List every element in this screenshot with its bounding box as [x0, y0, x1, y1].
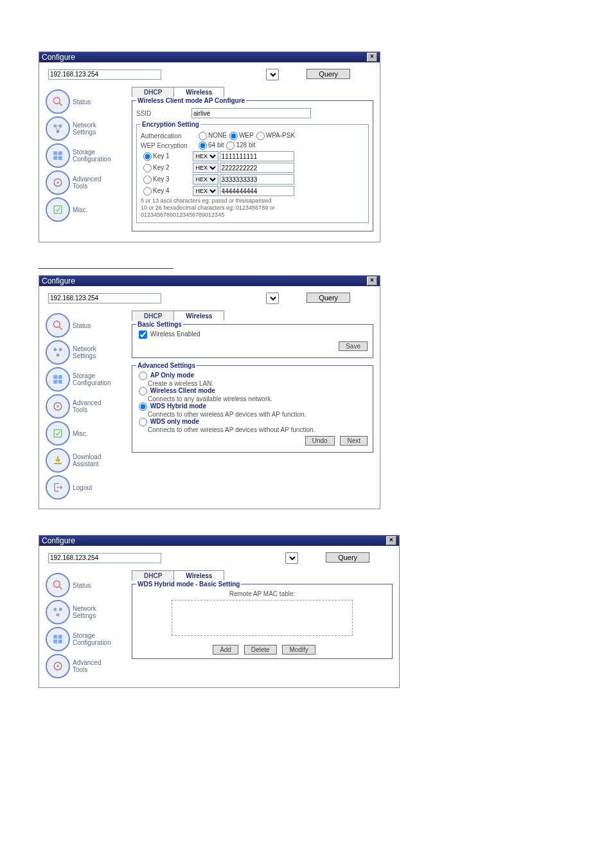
modify-button[interactable]: Modify — [282, 645, 315, 655]
device-select[interactable] — [285, 552, 298, 564]
svg-rect-32 — [58, 640, 62, 644]
svg-point-28 — [57, 613, 60, 617]
svg-point-26 — [53, 608, 57, 611]
auth-wep-radio[interactable] — [229, 132, 238, 140]
query-button[interactable]: Query — [306, 293, 350, 303]
fieldset-title: Wireless Client mode AP Configure — [136, 97, 246, 104]
storage-icon — [46, 143, 70, 168]
key2-input[interactable] — [220, 163, 294, 173]
query-button[interactable]: Query — [306, 69, 350, 79]
svg-line-13 — [59, 327, 62, 330]
sidebar-item-download[interactable]: Download Assistant — [46, 448, 129, 473]
sidebar-item-network[interactable]: Network Settings — [46, 116, 129, 141]
misc-icon — [46, 421, 70, 446]
tab-dhcp[interactable]: DHCP — [132, 311, 174, 321]
undo-button[interactable]: Undo — [305, 436, 335, 446]
svg-rect-30 — [58, 635, 62, 639]
key1-radio[interactable] — [143, 152, 152, 161]
network-icon — [46, 116, 70, 141]
svg-point-14 — [53, 348, 57, 352]
svg-rect-18 — [58, 375, 62, 379]
sidebar-item-status[interactable]: Status — [46, 313, 129, 338]
network-icon — [46, 600, 70, 624]
tab-dhcp[interactable]: DHCP — [132, 570, 174, 581]
save-button[interactable]: Save — [339, 341, 368, 351]
tab-wireless[interactable]: Wireless — [173, 570, 224, 581]
svg-line-1 — [59, 103, 62, 106]
sidebar-item-advanced[interactable]: Advanced Tools — [46, 654, 129, 678]
svg-point-10 — [57, 181, 58, 183]
close-icon[interactable]: × — [367, 53, 377, 62]
ssid-input[interactable] — [191, 108, 311, 118]
mode-ap-radio[interactable] — [139, 372, 147, 380]
gear-icon — [46, 170, 70, 195]
key4-format-select[interactable]: HEX — [193, 186, 218, 196]
svg-rect-31 — [53, 640, 57, 644]
wep-hint-text: 5 or 13 ascii characters eg: passd or th… — [141, 197, 364, 219]
auth-wpa-radio[interactable] — [256, 132, 265, 140]
window-title: Configure — [42, 536, 75, 545]
ip-input[interactable] — [48, 553, 161, 563]
mode-wds-only-radio[interactable] — [139, 418, 147, 426]
tab-wireless[interactable]: Wireless — [173, 311, 224, 321]
key2-radio[interactable] — [143, 164, 152, 172]
magnifier-icon — [46, 89, 70, 114]
key2-format-select[interactable]: HEX — [193, 163, 218, 173]
window-title: Configure — [42, 276, 75, 285]
magnifier-icon — [46, 573, 70, 597]
key1-format-select[interactable]: HEX — [193, 151, 218, 161]
query-button[interactable]: Query — [326, 552, 369, 563]
sidebar-item-storage[interactable]: Storage Configuration — [46, 367, 129, 392]
key1-input[interactable] — [220, 151, 294, 161]
sidebar-item-network[interactable]: Network Settings — [46, 600, 129, 624]
add-button[interactable]: Add — [213, 645, 238, 655]
gear-icon — [46, 394, 70, 419]
wireless-enabled-checkbox[interactable] — [139, 330, 147, 339]
next-button[interactable]: Next — [340, 436, 368, 446]
sidebar-item-logout[interactable]: Logout — [46, 475, 129, 500]
key4-input[interactable] — [220, 186, 294, 196]
svg-rect-29 — [53, 635, 57, 639]
auth-none-radio[interactable] — [199, 132, 207, 140]
svg-point-27 — [59, 608, 62, 611]
sidebar-item-misc[interactable]: Misc. — [46, 421, 129, 446]
sidebar-item-advanced[interactable]: Advanced Tools — [46, 394, 129, 419]
wep-128-radio[interactable] — [226, 141, 235, 150]
svg-point-22 — [57, 406, 58, 408]
svg-rect-5 — [53, 151, 57, 155]
key3-format-select[interactable]: HEX — [193, 174, 218, 185]
storage-icon — [46, 367, 70, 392]
close-icon[interactable]: × — [386, 536, 396, 545]
tab-dhcp[interactable]: DHCP — [132, 87, 174, 97]
tab-wireless[interactable]: Wireless — [173, 87, 224, 97]
mode-client-radio[interactable] — [139, 387, 147, 395]
sidebar-item-advanced[interactable]: Advanced Tools — [46, 170, 129, 195]
delete-button[interactable]: Delete — [244, 645, 277, 655]
network-icon — [46, 340, 70, 365]
sidebar-item-status[interactable]: Status — [46, 89, 129, 114]
key4-radio[interactable] — [143, 187, 152, 195]
key3-radio[interactable] — [143, 176, 152, 184]
ip-input[interactable] — [48, 293, 161, 303]
device-select[interactable] — [266, 69, 279, 80]
sidebar-item-misc[interactable]: Misc. — [46, 197, 129, 222]
remote-ap-mac-table[interactable] — [172, 600, 353, 636]
close-icon[interactable]: × — [367, 276, 377, 285]
sidebar-item-storage[interactable]: Storage Configuration — [46, 143, 129, 168]
wep-64-radio[interactable] — [199, 141, 207, 150]
mode-wds-hybrid-radio[interactable] — [139, 402, 147, 411]
logout-icon — [46, 475, 70, 500]
svg-rect-19 — [53, 380, 57, 384]
svg-point-15 — [59, 348, 62, 352]
sidebar-item-storage[interactable]: Storage Configuration — [46, 627, 129, 651]
device-select[interactable] — [266, 293, 279, 304]
svg-rect-6 — [58, 151, 62, 155]
sidebar-item-network[interactable]: Network Settings — [46, 340, 129, 365]
window-title: Configure — [42, 53, 75, 62]
mac-table-label: Remote AP MAC table: — [136, 590, 388, 597]
ip-input[interactable] — [48, 69, 161, 80]
storage-icon — [46, 627, 70, 651]
key3-input[interactable] — [220, 174, 294, 185]
misc-icon — [46, 197, 70, 222]
sidebar-item-status[interactable]: Status — [46, 573, 129, 597]
